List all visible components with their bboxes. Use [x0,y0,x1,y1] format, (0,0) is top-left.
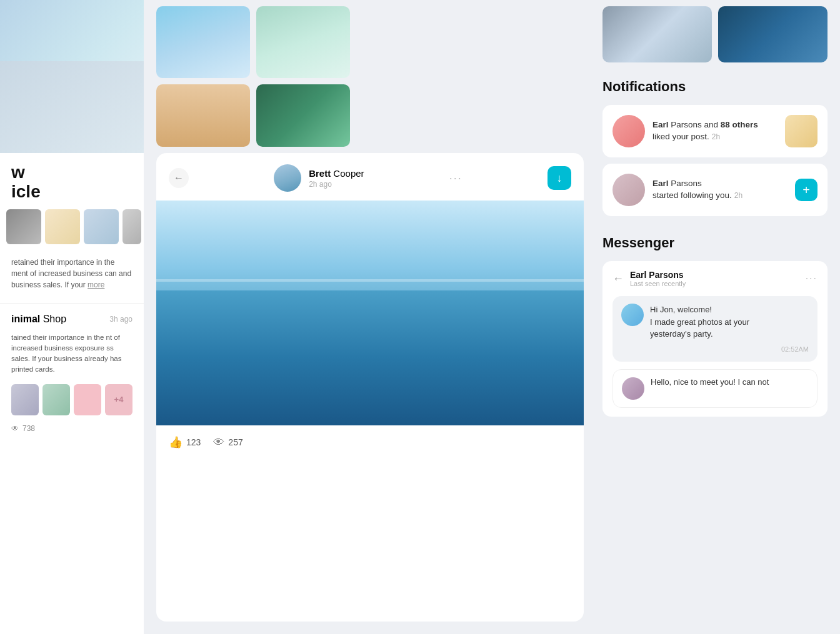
messenger-more-button[interactable]: ··· [806,273,818,284]
message-content-2: Hello, nice to meet you! I can not [651,377,808,387]
post-author-details: Brett Cooper 2h ago [309,168,364,189]
right-image-2 [718,6,828,62]
messenger-header: ← Earl Parsons Last seen recently ··· [612,270,818,287]
grid-col-2 [256,6,350,147]
right-image-1 [602,6,712,62]
post-stats: 👍 123 👁 257 [156,425,584,459]
post-more-button[interactable]: ··· [449,172,462,185]
left-panel: w icle retained their importance in the … [0,0,144,634]
notification-item-2: Earl Parsons started following you.2h + [602,164,828,216]
post-time: 2h ago [309,180,364,189]
shop-thumb-3 [74,384,101,415]
message-avatar-2 [622,377,644,400]
more-link[interactable]: more [88,280,104,289]
views-icon: 👁 [213,436,224,449]
views-stat: 👁 257 [213,436,242,449]
notif-name-bold-2: Earl [652,179,669,188]
likes-count: 123 [186,437,201,447]
message-bubble-1: Hi Jon, welcome! I made great photos at … [612,296,818,362]
messenger-section: Messenger ← Earl Parsons Last seen recen… [596,229,840,634]
eye-icon: 👁 [11,424,19,433]
notif-text-2: Earl Parsons started following you.2h [652,178,788,202]
water-waves [156,290,584,425]
views-count: 257 [228,437,242,447]
notif-highlight-1: 88 others [721,120,758,129]
left-hero-image [0,0,144,153]
notifications-section: Notifications Earl Parsons and 88 others… [596,69,840,229]
middle-panel: ← Brett Cooper 2h ago ··· ↓ 👍 [144,0,596,634]
shop-thumb-more: +4 [105,384,132,415]
messenger-contact-name: Earl Parsons [630,270,799,280]
post-image [156,201,584,425]
thumbnail-row [0,204,144,249]
divider [0,303,144,304]
notif-post-thumb-1 [785,115,818,147]
shop-thumb-1 [11,384,39,415]
heading-sub: icle [11,182,41,201]
notif-avatar-1 [612,115,645,147]
right-panel: Notifications Earl Parsons and 88 others… [596,0,840,634]
shop-time: 3h ago [109,315,132,324]
notif-time-2: 2h [734,191,742,200]
thumbnail-3 [84,209,119,244]
left-body-text2: tained their importance in the nt of inc… [0,327,144,380]
views-count: 738 [22,424,35,433]
messenger-back-button[interactable]: ← [612,272,624,285]
grid-image-2 [256,6,350,78]
notif-time-1: 2h [712,132,720,141]
post-header: ← Brett Cooper 2h ago ··· ↓ [156,153,584,201]
post-author-info: Brett Cooper 2h ago [274,164,364,192]
views-row: 👁 738 [0,419,144,438]
post-card: ← Brett Cooper 2h ago ··· ↓ 👍 [156,153,584,622]
shop-row: inimal Shop 3h ago [0,311,144,327]
thumbnail-4 [122,209,141,244]
message-timestamp-1: 02:52AM [650,344,809,355]
grid-image-3 [156,84,250,147]
message-text-2: Hello, nice to meet you! I can not [651,377,808,387]
thumbnail-1 [6,209,41,244]
notification-item-1: Earl Parsons and 88 others liked your po… [602,105,828,157]
left-body-text: retained their importance in the ment of… [0,249,144,295]
message-bubble-2: Hello, nice to meet you! I can not [612,369,818,408]
left-heading: w icle [0,153,144,204]
grid-image-4 [256,84,350,147]
horizon-line [156,279,584,282]
thumbnail-2 [45,209,80,244]
post-author-name: Brett Cooper [309,168,364,179]
notif-name-bold-1: Earl [652,120,669,129]
heading-text: w [11,162,25,182]
right-top-images [596,0,840,69]
back-button[interactable]: ← [169,168,189,188]
notif-avatar-2 [612,174,645,206]
notifications-title: Notifications [602,79,828,95]
messenger-contact-info: Earl Parsons Last seen recently [630,270,799,287]
top-image-grid [144,0,596,153]
notif-text-1: Earl Parsons and 88 others liked your po… [652,119,778,143]
grid-image-1 [156,6,250,78]
message-text-1: Hi Jon, welcome! I made great photos at … [650,304,809,340]
message-content-1: Hi Jon, welcome! I made great photos at … [650,304,809,354]
download-button[interactable]: ↓ [548,166,571,190]
grid-col-1 [156,6,250,147]
messenger-status: Last seen recently [630,280,799,287]
messenger-title: Messenger [602,235,828,251]
likes-stat: 👍 123 [169,435,201,449]
like-icon: 👍 [169,435,182,449]
shop-thumb-2 [42,384,70,415]
shop-thumbnails: +4 [0,380,144,419]
messenger-card: ← Earl Parsons Last seen recently ··· Hi… [602,261,828,417]
shop-name: inimal Shop [11,314,66,325]
follow-back-button[interactable]: + [795,179,818,201]
message-avatar-1 [621,304,644,326]
post-author-avatar [274,164,301,192]
